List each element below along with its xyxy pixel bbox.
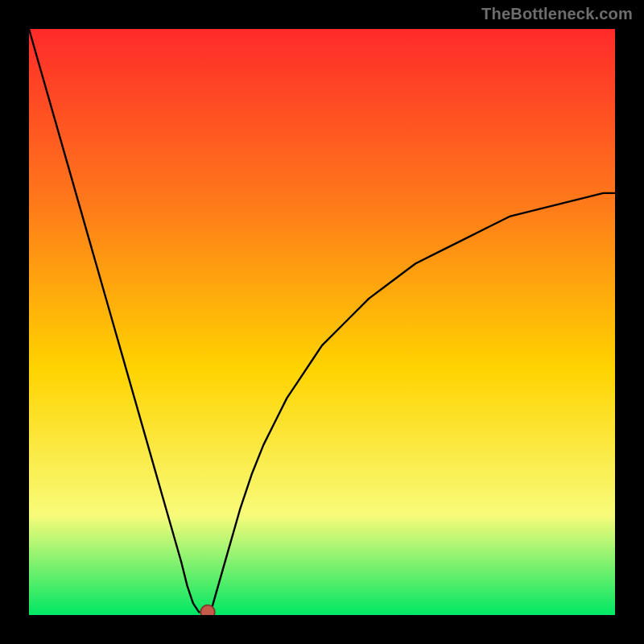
chart-frame: TheBottleneck.com xyxy=(0,0,644,644)
gradient-background xyxy=(29,29,615,615)
watermark-text: TheBottleneck.com xyxy=(481,5,633,23)
bottleneck-plot xyxy=(29,29,615,615)
minimum-marker xyxy=(200,605,214,615)
